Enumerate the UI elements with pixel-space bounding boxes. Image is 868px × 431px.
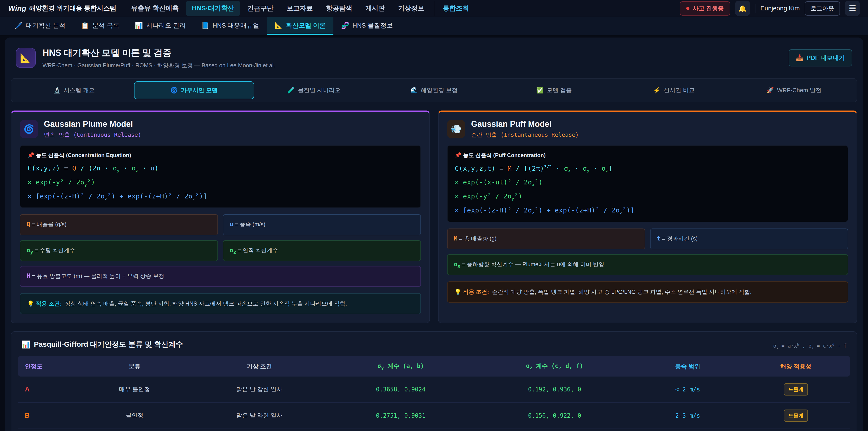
puff-equation-block: 📌 농도 산출식 (Puff Concentration) C(x,y,z,t)… — [447, 145, 848, 222]
table-row-grade-C: C약간 불안정흐린 날 주간0.2090, 0.90310.116, 0.905… — [18, 429, 850, 431]
module-subnav: 🖊️대기확산 분석📋분석 목록📊시나리오 관리📘HNS 대응매뉴얼📐확산모델 이… — [0, 17, 868, 35]
plume-equation-block: 📌 농도 산출식 (Concentration Equation) C(x,y,… — [20, 145, 421, 208]
hamburger-icon: ☰ — [849, 4, 856, 13]
bulb-icon: 💡 — [454, 288, 461, 295]
equation-line: × exp(-(x-ut)² / 2σx²) — [455, 178, 840, 187]
puff-equation-label: 농도 산출식 (Puff Concentration) — [463, 152, 546, 158]
subnav-tab-4[interactable]: 📘HNS 대응매뉴얼 — [193, 17, 267, 35]
subnav-tab-6[interactable]: 🧬HNS 물질정보 — [333, 17, 401, 35]
section-tab-4[interactable]: 🌊해양환경 보정 — [374, 81, 494, 99]
subnav-tab-icon: 📊 — [135, 22, 143, 29]
pasquill-gifford-panel: 📊 Pasquill-Gifford 대기안정도 분류 및 확산계수 σy = … — [11, 331, 857, 431]
section-tabs: 🔬시스템 개요🌀가우시안 모델🧪물질별 시나리오🌊해양환경 보정✅모델 검증⚡실… — [11, 78, 857, 102]
section-tab-6[interactable]: ⚡실시간 비교 — [614, 81, 734, 99]
applicability-badge: 드물게 — [784, 383, 808, 396]
puff-cloud-icon: 💨 — [447, 120, 465, 138]
nav-item-3[interactable]: 긴급구난 — [241, 1, 279, 16]
nav-item-1[interactable]: 유출유 확산예측 — [125, 1, 185, 16]
param-sigma-y: σy = 수평 확산계수 — [20, 240, 218, 261]
nav-item-5[interactable]: 항공탐색 — [320, 1, 358, 16]
param-u: u = 풍속 (m/s) — [223, 214, 421, 235]
plume-card-subtitle: 연속 방출 (Continuous Release) — [44, 131, 141, 138]
incident-status-label: 사고 진행중 — [692, 4, 723, 12]
subnav-tab-1[interactable]: 🖊️대기확산 분석 — [7, 17, 73, 35]
subnav-tab-5[interactable]: 📐확산모델 이론 — [267, 17, 333, 35]
equation-line: × exp(-y² / 2σy²) — [28, 178, 413, 187]
section-tab-2[interactable]: 🌀가우시안 모델 — [134, 81, 254, 99]
equation-line: × [exp(-(z-H)² / 2σz²) + exp(-(z+H)² / 2… — [455, 206, 840, 215]
pg-table-title: Pasquill-Gifford 대기안정도 분류 및 확산계수 — [34, 339, 183, 349]
subnav-tab-icon: 📘 — [201, 22, 209, 29]
pin-icon: 📌 — [28, 152, 34, 158]
page-header: 📐 HNS 대기확산 모델 이론 및 검증 WRF-Chem · Gaussia… — [5, 37, 863, 75]
logo-title: 해양환경 위기대응 통합시스템 — [29, 4, 116, 13]
nav-item-6[interactable]: 게시판 — [360, 1, 391, 16]
cyclone-icon: 🌀 — [20, 120, 38, 138]
logout-button[interactable]: 로그아웃 — [805, 1, 840, 16]
equation-line: C(x,y,z,t) = M / [(2π)3/2 · σx · σy · σz… — [455, 164, 840, 173]
bell-icon: 🔔 — [738, 4, 747, 12]
plume-card-title: Gaussian Plume Model — [44, 119, 141, 129]
param-sigma-x: σx = 풍하방향 확산계수 — Plume에서는 u에 의해 이미 반영 — [447, 254, 848, 275]
equation-line: × [exp(-(z-H)² / 2σz²) + exp(-(z+H)² / 2… — [28, 192, 413, 201]
param-sigma-z: σz = 연직 확산계수 — [223, 240, 421, 261]
logo-mark: Wing — [8, 4, 26, 13]
table-header-row: 안정도분류기상 조건σy 계수 (a, b)σz 계수 (c, d, f)풍속 … — [18, 356, 850, 376]
param-m: M = 총 배출량 (g) — [447, 228, 645, 249]
subnav-tab-icon: 📋 — [81, 22, 89, 29]
subnav-tab-icon: 🖊️ — [14, 22, 23, 29]
subnav-tab-2[interactable]: 📋분석 목록 — [73, 17, 127, 35]
section-tab-1[interactable]: 🔬시스템 개요 — [14, 81, 134, 99]
model-cards: 🌀 Gaussian Plume Model 연속 방출 (Continuous… — [11, 111, 857, 323]
app-logo[interactable]: Wing 해양환경 위기대응 통합시스템 — [8, 4, 116, 13]
nav-item-7[interactable]: 기상정보 — [392, 1, 430, 16]
puff-card-title: Gaussian Puff Model — [471, 119, 579, 129]
nav-item-4[interactable]: 보고자료 — [281, 1, 319, 16]
subnav-tab-3[interactable]: 📊시나리오 관리 — [127, 17, 193, 35]
param-h: H = 유효 방출고도 (m) — 물리적 높이 + 부력 상승 보정 — [20, 266, 421, 287]
param-t: t = 경과시간 (s) — [650, 228, 848, 249]
page-subtitle: WRF-Chem · Gaussian Plume/Puff · ROMS · … — [42, 62, 275, 69]
sigma-formula: σy = a·xb , σz = c·xd + f — [773, 343, 847, 349]
page-title: HNS 대기확산 모델 이론 및 검증 — [42, 47, 275, 59]
equation-line: C(x,y,z) = Q / (2π · σy · σz · u) — [28, 164, 413, 173]
pdf-export-button[interactable]: 📥 PDF 내보내기 — [789, 49, 852, 66]
table-row-grade-A: A매우 불안정맑은 날 강한 일사0.3658, 0.90240.192, 0.… — [18, 376, 850, 403]
section-tab-5[interactable]: ✅모델 검증 — [494, 81, 614, 99]
user-name: Eunjeong Kim — [761, 5, 800, 12]
nav-item-8[interactable]: 통합조회 — [435, 1, 475, 16]
incident-status-badge[interactable]: 사고 진행중 — [680, 1, 730, 16]
top-navbar: Wing 해양환경 위기대응 통합시스템 유출유 확산예측HNS·대기확산긴급구… — [0, 0, 868, 17]
main-menu: 유출유 확산예측HNS·대기확산긴급구난보고자료항공탐색게시판기상정보통합조회 — [125, 1, 475, 16]
table-row-grade-B: B불안정맑은 날 약한 일사0.2751, 0.90310.156, 0.922… — [18, 403, 850, 429]
bar-chart-icon: 📊 — [21, 340, 30, 349]
download-icon: 📥 — [796, 54, 804, 61]
gaussian-puff-card: 💨 Gaussian Puff Model 순간 방출 (Instantaneo… — [438, 111, 857, 323]
section-tab-3[interactable]: 🧪물질별 시나리오 — [254, 81, 374, 99]
nav-divider — [755, 4, 755, 13]
pdf-export-label: PDF 내보내기 — [807, 54, 845, 62]
applicability-badge: 드물게 — [784, 409, 808, 422]
stability-table: 안정도분류기상 조건σy 계수 (a, b)σz 계수 (c, d, f)풍속 … — [18, 356, 850, 431]
plume-params: Q = 배출률 (g/s) u = 풍속 (m/s) σy = 수평 확산계수 … — [20, 214, 421, 287]
equation-line: × exp(-y² / 2σy²) — [455, 192, 840, 201]
content-wrapper: 📐 HNS 대기확산 모델 이론 및 검증 WRF-Chem · Gaussia… — [5, 37, 863, 431]
bulb-icon: 💡 — [27, 300, 34, 307]
param-q: Q = 배출률 (g/s) — [20, 214, 218, 235]
puff-params: M = 총 배출량 (g) t = 경과시간 (s) σx = 풍하방향 확산계… — [447, 228, 848, 275]
subnav-tab-icon: 🧬 — [341, 22, 349, 29]
gaussian-plume-card: 🌀 Gaussian Plume Model 연속 방출 (Continuous… — [11, 111, 430, 323]
triangle-ruler-icon: 📐 — [16, 48, 36, 68]
section-tab-7[interactable]: 🚀WRF-Chem 발전 — [734, 81, 854, 99]
notifications-button[interactable]: 🔔 — [735, 1, 750, 16]
subnav-tab-icon: 📐 — [275, 22, 283, 29]
status-dot-icon — [686, 7, 689, 10]
plume-equation-label: 농도 산출식 (Concentration Equation) — [36, 152, 131, 158]
plume-application-note: 💡 적용 조건: 정상 상태 연속 배출, 균일 풍속, 평탄 지형. 해양 H… — [20, 293, 421, 314]
puff-application-note: 💡 적용 조건: 순간적 대량 방출, 폭발·탱크 파열. 해양 사고 중 LP… — [447, 281, 848, 303]
pin-icon: 📌 — [455, 152, 462, 158]
hamburger-menu-button[interactable]: ☰ — [845, 1, 860, 16]
puff-card-subtitle: 순간 방출 (Instantaneous Release) — [471, 131, 579, 138]
nav-item-2[interactable]: HNS·대기확산 — [186, 1, 240, 16]
